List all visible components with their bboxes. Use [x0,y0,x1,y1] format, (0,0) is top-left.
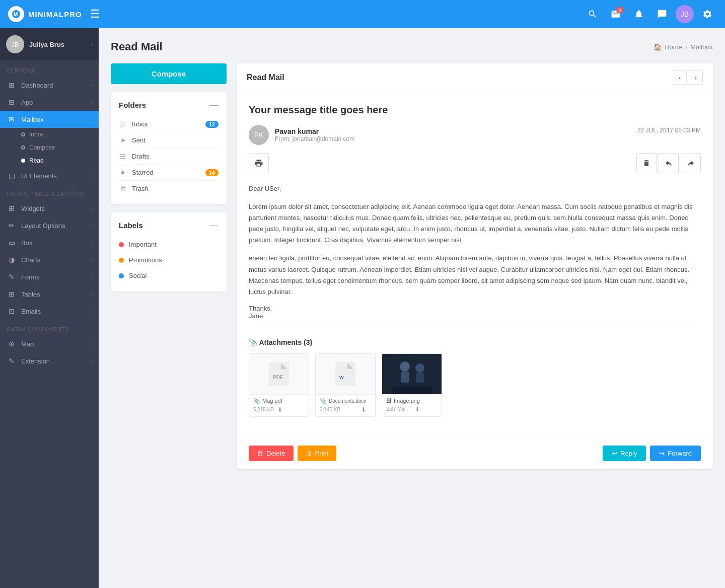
dot-icon [21,159,25,163]
mail-badge: 3 [616,7,623,14]
sidebar-item-app[interactable]: ⊟ App › [0,94,99,111]
svg-rect-8 [401,372,409,383]
arrow-icon: › [90,100,92,105]
folder-drafts[interactable]: ☰ Drafts [119,149,219,165]
sidebar-item-read[interactable]: Read [21,154,99,167]
svg-text:M: M [14,12,18,17]
avatar[interactable]: JB [676,5,694,23]
subnav-label: Compose [29,144,55,151]
sidebar-label: Emails [21,308,85,315]
label-name: Promotions [129,256,162,264]
logo-icon: M [8,6,24,22]
folder-trash[interactable]: 🗑 Trash [119,181,219,196]
pdf-size-row: 5,215 KB ⬇ [253,406,282,413]
labels-collapse-btn[interactable]: — [209,220,219,230]
folder-inbox[interactable]: ☰ Inbox 12 [119,116,219,132]
doc-download-icon[interactable]: ⬇ [361,406,366,413]
section-label-personal: PERSONAL [0,61,99,77]
sign-thanks: Thanks, [249,305,701,312]
subnav-label: Read [29,157,44,164]
forward-button[interactable]: ↪ Forward [650,446,701,461]
bell-icon[interactable] [629,5,648,24]
topnav: M MINIMALPRO ☰ 3 JB [0,0,725,28]
mail-icon[interactable]: 3 [606,5,625,24]
settings-icon[interactable] [698,5,717,24]
forward-icon-button[interactable] [681,153,701,173]
box-icon: ▭ [7,239,16,247]
arrow-icon: › [90,358,92,364]
extension-icon: ✎ [7,357,16,365]
sidebar-item-forms[interactable]: ✎ Forms › [0,268,99,285]
folder-sent[interactable]: ➤ Sent [119,132,219,149]
image-size: 2.67 MB [386,406,405,412]
arrow-icon: › [90,223,92,229]
footer-left-buttons: 🗑 Delete 🖨 Print [249,446,336,461]
sidebar-item-compose[interactable]: Compose [21,141,99,154]
message-signature: Thanks, Jane [249,305,701,320]
sidebar-label: UI Elements [21,172,85,180]
hamburger-icon[interactable]: ☰ [90,8,100,21]
pdf-download-icon[interactable]: ⬇ [277,406,282,413]
sidebar-item-charts[interactable]: ◑ Charts › [0,251,99,268]
chat-icon[interactable] [652,5,672,24]
widgets-icon: ⊞ [7,204,16,212]
print-icon-button[interactable] [249,153,269,173]
sidebar-label: Charts [21,256,85,264]
sidebar-item-box[interactable]: ▭ Box › [0,234,99,251]
folders-collapse-btn[interactable]: — [209,100,219,109]
arrow-icon: › [90,309,92,314]
attachment-image: 🖼 Image.png 2.67 MB ⬇ [382,353,442,417]
sidebar-user[interactable]: JB Juliya Brus › [0,28,99,61]
compose-button[interactable]: Compose [111,63,227,84]
print-button[interactable]: 🖨 Print [298,446,337,461]
image-info: 🖼 Image.png 2.67 MB ⬇ [382,394,442,416]
folder-starred[interactable]: ★ Starred 14 [119,165,219,181]
app-icon: ⊟ [7,98,16,106]
read-mail-footer: 🗑 Delete 🖨 Print ↩ Reply [237,437,713,469]
sidebar-item-layout[interactable]: ✏ Layout Options › [0,217,99,234]
sender-avatar: PK [249,125,269,145]
sidebar-item-dashboard[interactable]: ⊞ Dashboard › [0,77,99,94]
reply-button[interactable]: ↩ Reply [603,446,646,461]
sidebar-item-mailbox[interactable]: ✉ Mailbox ∨ [0,111,99,128]
mail-layout: Compose Folders — ☰ Inbox 12 [111,63,713,469]
attachments-grid: PDF 📎 Mag.pdf [249,353,701,417]
search-icon[interactable] [583,5,602,24]
sidebar-item-map[interactable]: ⊕ Map › [0,335,99,352]
file-icon: 🖼 [386,398,392,404]
labels-title: Labels [119,221,143,230]
label-promotions[interactable]: Promotions [119,252,219,268]
folder-label: Inbox [132,120,200,128]
image-download-icon[interactable]: ⬇ [415,406,420,413]
arrow-icon: › [90,83,92,88]
subnav-label: Inbox [29,131,44,138]
sidebar-item-tables[interactable]: ⊞ Tables › [0,285,99,303]
tables-icon: ⊞ [7,290,16,298]
message-action-buttons [636,153,701,173]
inbox-icon: ☰ [119,120,127,128]
image-size-row: 2.67 MB ⬇ [386,406,420,413]
label-important[interactable]: Important [119,237,219,252]
forms-icon: ✎ [7,273,16,281]
attachments-section: 📎 Attachments (3) PDF [249,330,701,417]
prev-mail-button[interactable]: ‹ [673,70,687,85]
svg-rect-2 [269,362,289,386]
sidebar-item-emails[interactable]: ⊡ Emails › [0,303,99,320]
delete-button[interactable]: 🗑 Delete [249,446,294,461]
label-social[interactable]: Social [119,268,219,283]
sender-name: Pavan kumar [275,127,354,135]
delete-icon-button[interactable] [636,153,657,173]
sidebar-item-widgets[interactable]: ⊞ Widgets › [0,200,99,217]
page-header: Read Mail 🏠 Home › Mailbox [111,40,713,53]
sidebar-section-personal: PERSONAL ⊞ Dashboard › ⊟ App › ✉ Mailbox… [0,61,99,184]
sidebar-item-ui-elements[interactable]: ◫ UI Elements › [0,167,99,184]
body-paragraph-1: Lorem ipsum dolor sit amet, consectetuer… [249,201,701,246]
sidebar-item-inbox[interactable]: Inbox [21,128,99,141]
doc-filename: 📎 Documents.docx [320,398,366,404]
sidebar-section-extra: EXTRA COMPONENTS ⊕ Map › ✎ Extension › [0,320,99,370]
doc-details: 📎 Documents.docx 2,145 KB ⬇ [320,398,366,413]
next-mail-button[interactable]: › [689,70,703,85]
sidebar-item-extension[interactable]: ✎ Extension › [0,352,99,370]
reply-icon-button[interactable] [659,153,679,173]
attachments-title: 📎 Attachments (3) [249,338,701,346]
